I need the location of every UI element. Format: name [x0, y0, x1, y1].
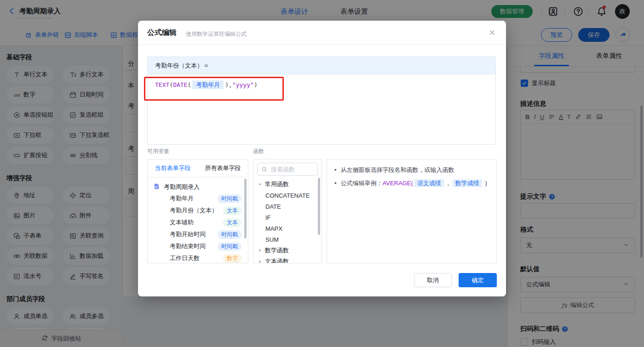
example-field-chip: 数学成绩	[453, 179, 482, 187]
variable-type-badge: 时间戳	[218, 230, 242, 239]
variable-row[interactable]: 考勤开始时间时间戳	[148, 228, 248, 240]
function-item[interactable]: CONCATENATE	[253, 190, 322, 201]
variable-row[interactable]: 文本辅助文本	[148, 216, 248, 228]
function-group[interactable]: 常用函数	[253, 179, 322, 190]
close-icon[interactable]	[489, 29, 496, 36]
confirm-button[interactable]: 确定	[459, 273, 497, 287]
variables-tab-all[interactable]: 所有表单字段	[198, 159, 248, 177]
example-function: AVERAGE(	[383, 180, 413, 187]
doc-icon	[153, 183, 160, 190]
variable-type-badge: 文本	[223, 206, 242, 215]
variable-name: 文本辅助	[170, 218, 194, 227]
example-separator: ，	[445, 180, 451, 187]
example-close-paren: )	[483, 180, 487, 187]
form-root-node[interactable]: 考勤周期录入	[148, 177, 248, 193]
dialog-title: 公式编辑	[147, 28, 177, 38]
search-icon	[261, 166, 267, 172]
function-item[interactable]: MAPX	[253, 223, 322, 234]
variable-row[interactable]: 工作日天数数字	[148, 252, 248, 263]
example-field-chip: 语文成绩	[414, 179, 444, 187]
chevron-right-icon	[257, 248, 263, 253]
variable-type-badge: 时间戳	[218, 194, 242, 203]
variables-section-label: 可用变量	[147, 148, 169, 155]
function-search	[257, 163, 318, 176]
variable-type-badge: 文本	[223, 218, 242, 227]
help-tip-2: • 公式编辑举例：AVERAGE(语文成绩，数学成绩 )	[334, 179, 489, 188]
function-search-input[interactable]	[270, 165, 314, 173]
function-group-label: 文本函数	[265, 257, 289, 263]
variable-row[interactable]: 考勤年月时间戳	[148, 193, 248, 205]
variable-type-badge: 数字	[223, 254, 242, 263]
variable-row[interactable]: 考勤结束时间时间戳	[148, 240, 248, 252]
doc-icon	[153, 183, 160, 191]
variable-row[interactable]: 考勤月份（文本）文本	[148, 205, 248, 216]
annotation-box	[144, 77, 284, 101]
variable-name: 考勤月份（文本）	[170, 206, 218, 215]
function-group-label: 数学函数	[265, 246, 289, 255]
function-item[interactable]: IF	[253, 212, 322, 223]
formula-edit-dialog: 公式编辑 使用数学运算符编辑公式 考勤年份（文本） = TEXT(DATE(考勤…	[138, 21, 506, 296]
variables-panel: 当前表单字段所有表单字段 考勤周期录入 考勤年月时间戳考勤月份（文本）文本文本辅…	[147, 159, 248, 263]
variables-tab-current[interactable]: 当前表单字段	[148, 159, 198, 177]
variable-name: 考勤年月	[170, 194, 194, 203]
cancel-button[interactable]: 取消	[414, 273, 452, 287]
variables-scrollbar[interactable]	[244, 179, 247, 239]
formula-editor: 考勤年份（文本） = TEXT(DATE(考勤年月),"yyyy")	[147, 57, 496, 145]
form-root-label: 考勤周期录入	[164, 183, 200, 191]
function-item[interactable]: SUM	[253, 234, 322, 245]
function-group[interactable]: 文本函数	[253, 256, 322, 263]
close-icon	[489, 29, 496, 36]
app-window: 考勤周期录入 表单设计表单设置 数据管理 政 表单外链后端脚本数据权限 预览 保…	[0, 0, 644, 347]
help-tip-1: •从左侧面板选择字段名和函数，或输入函数	[334, 165, 489, 175]
function-group-label: 常用函数	[265, 180, 289, 188]
dialog-subtitle: 使用数学运算符编辑公式	[186, 30, 247, 38]
variable-type-badge: 时间戳	[218, 242, 242, 251]
help-panel: •从左侧面板选择字段名和函数，或输入函数 • 公式编辑举例：AVERAGE(语文…	[327, 159, 497, 263]
function-group[interactable]: 数学函数	[253, 245, 322, 256]
function-item[interactable]: DATE	[253, 201, 322, 212]
formula-target: 考勤年份（文本） =	[148, 57, 495, 74]
functions-scrollbar[interactable]	[318, 178, 320, 235]
chevron-right-icon	[257, 259, 263, 263]
variable-name: 工作日天数	[170, 254, 200, 262]
chevron-down-icon	[257, 182, 263, 187]
dialog-header: 公式编辑 使用数学运算符编辑公式	[138, 21, 506, 45]
variable-name: 考勤开始时间	[170, 230, 206, 239]
variable-name: 考勤结束时间	[170, 242, 206, 250]
functions-section-label: 函数	[253, 148, 264, 155]
variables-tabs: 当前表单字段所有表单字段	[148, 159, 248, 177]
search-icon	[261, 166, 267, 172]
functions-panel: 常用函数CONCATENATEDATEIFMAPXSUM数学函数文本函数	[253, 159, 322, 263]
